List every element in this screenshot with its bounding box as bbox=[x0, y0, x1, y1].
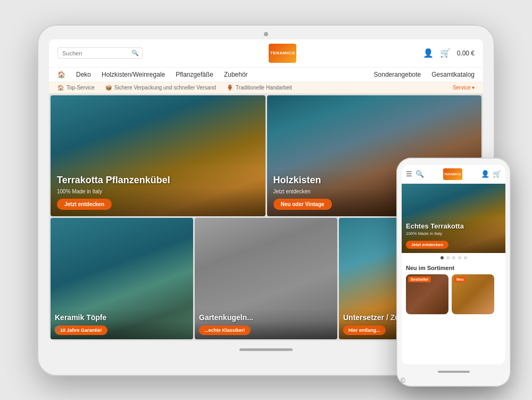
mobile-cart-icon[interactable]: 🛒 bbox=[493, 170, 501, 178]
dot-3 bbox=[452, 256, 455, 259]
cart-icon[interactable]: 🛒 bbox=[440, 48, 451, 58]
card-garten-bg: Gartenkugeln... ...echte Klassiker! bbox=[195, 218, 337, 339]
service-dropdown[interactable]: Service ▾ bbox=[453, 85, 475, 91]
nav-gesamtkatalog[interactable]: Gesamtkatalog bbox=[431, 71, 475, 78]
account-icon[interactable]: 👤 bbox=[423, 48, 434, 58]
mobile-hero-subtitle: 100% Made in Italy bbox=[406, 231, 501, 236]
mobile-product-pots[interactable]: Neu bbox=[452, 274, 494, 314]
mobile-logo-area: TERAMICO bbox=[427, 168, 478, 180]
mobile-hero-title: Echtes Terrakotta bbox=[406, 222, 501, 230]
card-keramik-content: Keramik Töpfe 10 Jahre Garantie! bbox=[51, 309, 193, 339]
banner-item-packaging: 📦 Sichere Verpackung und schneller Versa… bbox=[105, 85, 216, 91]
card-terrakotta-subtitle: 100% Made in Italy bbox=[57, 189, 259, 194]
search-input[interactable] bbox=[62, 50, 131, 56]
nav-sonderangebote[interactable]: Sonderangebote bbox=[374, 71, 421, 78]
card-terrakotta[interactable]: Terrakotta Pflanzenkübel 100% Made in It… bbox=[51, 95, 265, 217]
mobile-products: Bestseller Neu bbox=[402, 274, 505, 314]
mobile-header: ☰ 🔍 TERAMICO 👤 🛒 bbox=[402, 165, 505, 184]
banner-item-service: 🏠 Top-Service bbox=[57, 85, 95, 91]
card-keramik-bg: Keramik Töpfe 10 Jahre Garantie! bbox=[51, 218, 193, 339]
service-icon: 🏠 bbox=[57, 85, 64, 91]
dot-1 bbox=[440, 256, 444, 259]
card-keramik-title: Keramik Töpfe bbox=[55, 313, 189, 322]
badge-new: Neu bbox=[454, 276, 466, 282]
navigation: 🏠 Deko Holzkisten/Weinregale Pflanzgefäß… bbox=[49, 68, 483, 82]
banner-handarbeit-text: Traditionelle Handarbeit bbox=[236, 85, 292, 91]
card-holzkisten-btn[interactable]: Neu oder Vintage bbox=[273, 199, 332, 210]
search-wrapper[interactable]: 🔍 bbox=[57, 47, 143, 59]
dot-4 bbox=[458, 256, 461, 259]
mobile-hero-btn[interactable]: Jetzt entdecken bbox=[406, 241, 448, 249]
card-terrakotta-content: Terrakotta Pflanzenkübel 100% Made in It… bbox=[51, 168, 265, 216]
logo-area: TERAMICO bbox=[143, 44, 423, 63]
copyright-icon[interactable]: © bbox=[54, 324, 61, 336]
nav-deko[interactable]: Deko bbox=[76, 71, 91, 78]
cart-total: 0,00 € bbox=[457, 50, 475, 57]
tablet-header: 🔍 TERAMICO 👤 🛒 0,00 € bbox=[49, 39, 483, 68]
mobile-logo: TERAMICO bbox=[443, 168, 462, 180]
mobile-search-icon[interactable]: 🔍 bbox=[415, 170, 424, 178]
mobile-bottom-bar bbox=[402, 368, 505, 376]
mobile-menu-icon[interactable]: ☰ bbox=[406, 170, 412, 178]
nav-holzkisten[interactable]: Holzkisten/Weinregale bbox=[102, 71, 165, 78]
mobile-device: ☰ 🔍 TERAMICO 👤 🛒 Echtes Terrakotta 100% … bbox=[396, 158, 511, 387]
nav-home[interactable]: 🏠 bbox=[57, 71, 65, 78]
tablet-home-indicator bbox=[239, 348, 293, 351]
card-garten[interactable]: Gartenkugeln... ...echte Klassiker! bbox=[195, 218, 337, 339]
logo: TERAMICO bbox=[269, 44, 296, 63]
mobile-account-icon[interactable]: 👤 bbox=[481, 170, 489, 178]
search-icon: 🔍 bbox=[131, 50, 139, 56]
card-keramik[interactable]: Keramik Töpfe 10 Jahre Garantie! bbox=[51, 218, 193, 339]
header-icons: 👤 🛒 0,00 € bbox=[423, 48, 475, 58]
tablet-device: 🔍 TERAMICO 👤 🛒 0,00 € 🏠 Deko Holzkisten/… bbox=[37, 25, 495, 376]
mobile-product-wood[interactable]: Bestseller bbox=[406, 274, 448, 314]
tablet-camera bbox=[264, 32, 268, 36]
card-garten-btn[interactable]: ...echte Klassiker! bbox=[199, 325, 251, 335]
card-terrakotta-bg: Terrakotta Pflanzenkübel 100% Made in It… bbox=[51, 95, 265, 217]
mobile-home-indicator bbox=[438, 371, 470, 373]
nav-zubehoer[interactable]: Zubehör bbox=[224, 71, 248, 78]
dot-5 bbox=[464, 256, 467, 259]
card-garten-content: Gartenkugeln... ...echte Klassiker! bbox=[195, 309, 337, 339]
packaging-icon: 📦 bbox=[105, 85, 112, 91]
card-garten-title: Gartenkugeln... bbox=[199, 313, 333, 322]
mobile-hero: Echtes Terrakotta 100% Made in Italy Jet… bbox=[402, 184, 505, 253]
nav-pflanzgefaesse[interactable]: Pflanzgefäße bbox=[176, 71, 213, 78]
card-terrakotta-title: Terrakotta Pflanzenkübel bbox=[57, 175, 259, 186]
card-untersetzer-btn[interactable]: Hier entlang... bbox=[343, 325, 386, 335]
mobile-header-icons: 👤 🛒 bbox=[481, 170, 501, 178]
mobile-dots-indicator bbox=[402, 253, 505, 263]
banner-item-handarbeit: 🏺 Traditionelle Handarbeit bbox=[227, 85, 292, 91]
mobile-screen: ☰ 🔍 TERAMICO 👤 🛒 Echtes Terrakotta 100% … bbox=[402, 165, 505, 364]
banner-packaging-text: Sichere Verpackung und schneller Versand bbox=[114, 85, 216, 91]
dot-2 bbox=[446, 256, 450, 259]
card-keramik-btn[interactable]: 10 Jahre Garantie! bbox=[55, 325, 107, 335]
banner-bar: 🏠 Top-Service 📦 Sichere Verpackung und s… bbox=[49, 82, 483, 94]
handarbeit-icon: 🏺 bbox=[227, 85, 233, 91]
badge-bestseller: Bestseller bbox=[408, 276, 431, 282]
mobile-hero-content: Echtes Terrakotta 100% Made in Italy Jet… bbox=[402, 218, 505, 253]
card-terrakotta-btn[interactable]: Jetzt entdecken bbox=[57, 199, 112, 210]
mobile-section-title: Neu im Sortiment bbox=[402, 263, 505, 274]
banner-service-text: Top-Service bbox=[66, 85, 95, 91]
